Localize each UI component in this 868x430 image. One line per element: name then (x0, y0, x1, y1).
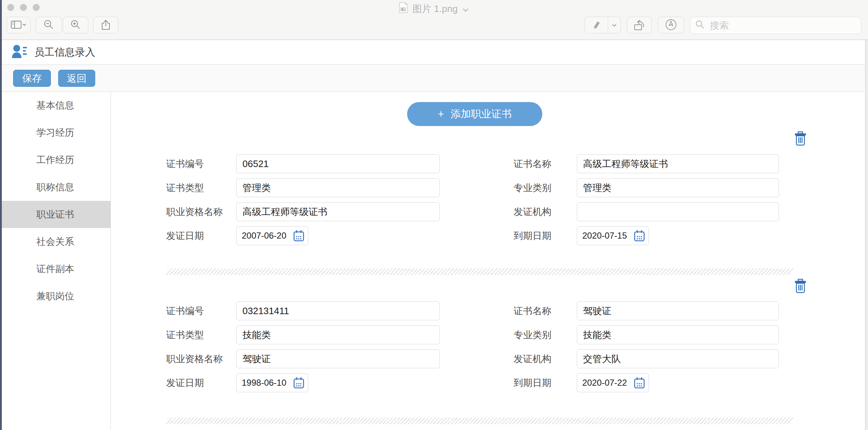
window-left-edge (0, 0, 2, 430)
expire-date-input[interactable] (582, 231, 631, 241)
sidebar-item-social-relations[interactable]: 社会关系 (0, 228, 110, 255)
qualification-name-label: 职业资格名称 (166, 202, 223, 221)
action-bar: 保存 返回 (0, 65, 868, 92)
rotate-left-icon (633, 19, 646, 32)
titlebar: 图片 1.png (0, 0, 868, 40)
page-title: 员工信息录入 (34, 45, 95, 59)
form-row: 证书编号 证书名称 (166, 154, 792, 173)
cert-no-input[interactable] (236, 154, 440, 173)
major-category-input[interactable] (577, 325, 779, 344)
cert-type-label: 证书类型 (166, 325, 204, 344)
calendar-icon[interactable] (634, 230, 645, 242)
cert-no-label: 证书编号 (166, 301, 204, 320)
plus-icon: + (438, 109, 444, 119)
delete-certificate-2-button[interactable] (793, 278, 808, 294)
issue-date-input[interactable] (242, 378, 290, 388)
issue-date-field[interactable] (236, 373, 308, 392)
expire-date-field[interactable] (577, 226, 649, 245)
cert-name-input[interactable] (577, 154, 779, 173)
annotate-pen-split-button[interactable] (584, 17, 621, 33)
sidebar-item-education[interactable]: 学习经历 (0, 119, 110, 146)
cert-type-input[interactable] (236, 325, 440, 344)
sidebar-item-part-time-posts[interactable]: 兼职岗位 (0, 283, 110, 310)
form-row: 发证日期 到期日期 (166, 226, 792, 245)
cert-name-label: 证书名称 (514, 154, 551, 173)
expire-date-field[interactable] (577, 373, 649, 392)
trash-icon (794, 131, 807, 146)
section-sidebar: 基本信息 学习经历 工作经历 职称信息 职业证书 社会关系 证件副本 兼职岗位 (0, 92, 111, 430)
cert-no-input[interactable] (236, 301, 440, 320)
add-certificate-button[interactable]: + 添加职业证书 (407, 102, 542, 126)
certificate-block-1: 证书编号 证书名称 证书类型 专业类别 职业资格名称 发证机构 发证日期 (166, 154, 792, 250)
search-icon (695, 20, 705, 31)
zoom-out-button[interactable] (36, 17, 62, 33)
save-button[interactable]: 保存 (13, 70, 51, 87)
share-icon (101, 19, 110, 31)
calendar-icon[interactable] (634, 377, 645, 389)
issue-date-label: 发证日期 (166, 226, 204, 245)
major-category-label: 专业类别 (514, 325, 551, 344)
issue-date-input[interactable] (242, 231, 290, 241)
markup-toolbar-button[interactable] (658, 17, 684, 33)
expire-date-label: 到期日期 (514, 226, 551, 245)
form-row: 职业资格名称 发证机构 (166, 202, 792, 221)
search-field[interactable] (690, 17, 861, 34)
rotate-left-button[interactable] (627, 17, 652, 33)
sidebar-toggle-icon (11, 20, 26, 30)
sidebar-toggle-button[interactable] (7, 17, 31, 33)
major-category-label: 专业类别 (514, 178, 551, 197)
preview-window: 图片 1.png (0, 0, 868, 430)
back-button[interactable]: 返回 (58, 70, 95, 87)
issue-date-label: 发证日期 (166, 373, 204, 392)
window-right-edge (865, 40, 868, 430)
sidebar-item-certificates[interactable]: 职业证书 (0, 201, 110, 228)
employee-list-icon (11, 44, 28, 60)
sidebar-item-title-info[interactable]: 职称信息 (0, 174, 110, 201)
sidebar-item-id-copies[interactable]: 证件副本 (0, 255, 110, 283)
search-input[interactable] (709, 20, 856, 32)
qualification-name-label: 职业资格名称 (166, 349, 223, 368)
issuing-authority-label: 发证机构 (514, 349, 551, 368)
app-header: 员工信息录入 (0, 40, 868, 65)
form-row: 证书编号 证书名称 (166, 301, 792, 320)
cert-no-label: 证书编号 (166, 154, 204, 173)
zoom-in-button[interactable] (63, 17, 88, 33)
form-row: 职业资格名称 发证机构 (166, 349, 792, 368)
qualification-name-input[interactable] (236, 202, 440, 221)
cert-name-label: 证书名称 (514, 301, 551, 320)
calendar-icon[interactable] (293, 377, 304, 389)
cert-type-label: 证书类型 (166, 178, 204, 197)
issuing-authority-input[interactable] (577, 202, 779, 221)
window-title-group: 图片 1.png (0, 2, 868, 16)
issuing-authority-label: 发证机构 (514, 202, 551, 221)
title-chevron-down-icon[interactable] (462, 3, 469, 15)
cert-name-input[interactable] (577, 301, 779, 320)
zoom-in-icon (71, 20, 81, 31)
calendar-icon[interactable] (293, 230, 304, 242)
expire-date-input[interactable] (582, 378, 631, 388)
cert-type-input[interactable] (236, 178, 440, 197)
sidebar-item-basic-info[interactable]: 基本信息 (0, 92, 110, 119)
markup-icon (664, 18, 678, 32)
add-certificate-label: 添加职业证书 (451, 107, 512, 121)
trash-icon (794, 279, 807, 293)
pen-options-chevron-icon[interactable] (608, 17, 620, 33)
form-row: 证书类型 专业类别 (166, 325, 792, 344)
zoom-out-icon (44, 20, 54, 31)
form-row: 证书类型 专业类别 (166, 178, 792, 197)
expire-date-label: 到期日期 (514, 373, 551, 392)
delete-certificate-1-button[interactable] (793, 131, 808, 147)
issuing-authority-input[interactable] (577, 349, 779, 368)
document-proxy-icon (399, 2, 408, 16)
certificate-block-2: 证书编号 证书名称 证书类型 专业类别 职业资格名称 发证机构 发证日期 (166, 301, 792, 397)
issue-date-field[interactable] (236, 226, 308, 245)
highlighter-pen-icon[interactable] (585, 20, 608, 30)
section-divider (165, 268, 794, 275)
sidebar-item-work-history[interactable]: 工作经历 (0, 146, 110, 174)
major-category-input[interactable] (577, 178, 779, 197)
form-row: 发证日期 到期日期 (166, 373, 792, 392)
qualification-name-input[interactable] (236, 349, 440, 368)
window-title: 图片 1.png (413, 3, 458, 15)
share-button[interactable] (93, 17, 118, 33)
section-divider (165, 418, 794, 424)
